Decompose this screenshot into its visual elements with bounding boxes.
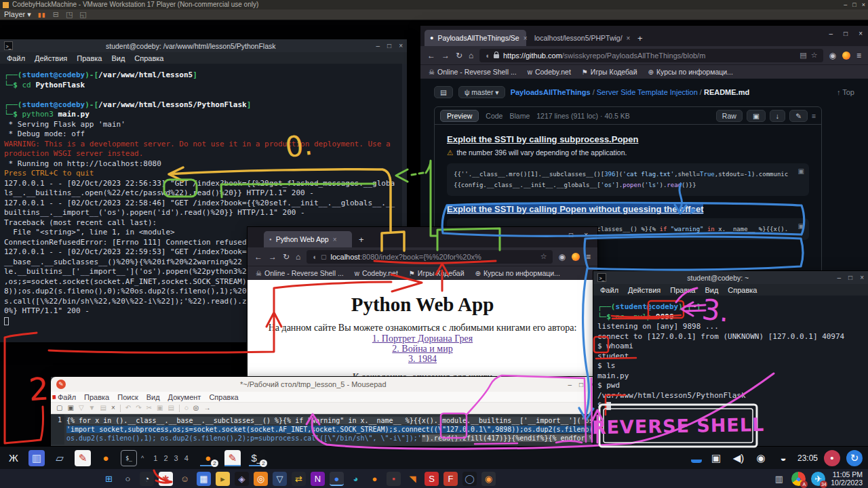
- red-dot-app-icon[interactable]: ▪: [387, 472, 401, 486]
- bookmark-games[interactable]: ⚑Игры Кодебай: [582, 68, 637, 76]
- reader-view-icon[interactable]: ▤: [800, 51, 806, 60]
- vmware-close-button[interactable]: ×: [862, 0, 865, 9]
- tab-close-icon[interactable]: ×: [627, 35, 631, 42]
- forward-icon[interactable]: →: [269, 252, 277, 262]
- terminal-running-icon[interactable]: $_2: [249, 450, 265, 466]
- breadcrumb-repo[interactable]: PayloadsAllTheThings: [511, 88, 591, 96]
- back-icon[interactable]: ←: [427, 51, 435, 60]
- raw-button[interactable]: Raw: [716, 110, 743, 122]
- dark-circle-app-icon[interactable]: ◯: [462, 472, 477, 486]
- tracking-shield-icon[interactable]: ◖: [312, 253, 317, 261]
- display-app-icon[interactable]: ▥: [28, 450, 45, 466]
- reload-icon[interactable]: ↻: [456, 51, 462, 60]
- bookmark-courses[interactable]: ⊕Курсы по информаци...: [648, 68, 733, 76]
- maximize-button[interactable]: □: [569, 231, 573, 239]
- mousepad-editor[interactable]: 1 {% for x in ().__class__.__base__.__su…: [51, 414, 600, 445]
- tab-payloadsallthethings[interactable]: ● PayloadsAllTheThings/Se ×: [425, 30, 526, 46]
- bookmark-games[interactable]: ⚑Игры Кодебай: [409, 269, 465, 277]
- mousepad-launcher-icon[interactable]: ✎: [75, 450, 91, 466]
- close-button[interactable]: ×: [399, 42, 403, 49]
- book-link-2[interactable]: 2. Война и мир: [248, 344, 597, 354]
- window-list-icon[interactable]: ▣: [708, 450, 724, 466]
- heading-subprocess-popen[interactable]: Exploit the SSTI by calling subprocess.P…: [447, 134, 809, 144]
- menu-item[interactable]: Действия: [628, 286, 660, 294]
- url-bar[interactable]: ◖ ▢ localhost:8080/index?book={%%20for%2…: [307, 250, 552, 264]
- firefox-icon[interactable]: ●: [368, 472, 382, 486]
- vmware-maximize-button[interactable]: □: [852, 0, 856, 9]
- firefox-running-icon[interactable]: ●2: [200, 450, 216, 466]
- terminal2-titlebar[interactable]: >_ student@codeby: ~ – □ ×: [593, 271, 868, 284]
- bookmark-codeby[interactable]: wCodeby.net: [355, 269, 398, 277]
- window-list-arrow[interactable]: ^: [141, 455, 144, 462]
- pocket-icon[interactable]: ◉: [829, 51, 836, 60]
- show-desktop-icon[interactable]: ▥: [772, 472, 786, 486]
- tracking-shield-icon[interactable]: ◖: [485, 52, 490, 60]
- chrome-icon[interactable]: ●: [330, 472, 344, 486]
- edit-pencil-icon[interactable]: ✎: [789, 110, 808, 122]
- menu-item[interactable]: Вид: [111, 54, 125, 62]
- screen-lock-icon[interactable]: •: [824, 450, 840, 466]
- heading-popen-no-offset[interactable]: Exploit the SSTI by calling Popen withou…: [447, 204, 809, 214]
- close-button[interactable]: ×: [584, 231, 588, 239]
- reload-icon[interactable]: ↻: [283, 252, 290, 262]
- copy-code-icon[interactable]: ▣: [798, 222, 804, 230]
- network-monitor-icon[interactable]: [691, 453, 702, 463]
- branch-selector[interactable]: ψ master ▾: [458, 86, 505, 98]
- code-block-1[interactable]: ▣ {{''.__class__.mro()[1].__subclasses__…: [447, 163, 809, 196]
- menu-item[interactable]: Файл: [600, 286, 618, 294]
- terminal-launcher-icon[interactable]: $_: [121, 450, 137, 466]
- volume-icon[interactable]: ◀): [730, 450, 747, 466]
- mousepad-running-icon[interactable]: ✎: [224, 450, 241, 466]
- firefox-account-icon[interactable]: [842, 52, 850, 60]
- bookmark-star-icon[interactable]: ☆: [811, 51, 818, 60]
- back-to-top-link[interactable]: ↑ Top: [837, 88, 854, 96]
- maximize-button[interactable]: □: [844, 30, 848, 37]
- workspace-switcher[interactable]: 1 2 3 4: [153, 454, 191, 462]
- maximize-button[interactable]: □: [848, 274, 852, 281]
- speedtest-icon[interactable]: ◔: [140, 472, 154, 486]
- file-explorer-icon[interactable]: ▸: [216, 472, 230, 486]
- file-manager-icon[interactable]: ▱: [52, 450, 68, 466]
- windows-clock[interactable]: 11:05 PM10/2/2023: [831, 470, 863, 487]
- close-button[interactable]: ×: [859, 30, 863, 37]
- url-bar[interactable]: ◖ https://github.com/swisskyrepo/Payload…: [479, 49, 823, 62]
- minimize-button[interactable]: –: [837, 274, 842, 281]
- back-icon[interactable]: ←: [254, 252, 262, 262]
- copy-code-icon[interactable]: ▣: [798, 167, 804, 175]
- minimize-button[interactable]: –: [376, 42, 380, 49]
- book-link-3[interactable]: 3. 1984: [248, 354, 597, 364]
- search-icon[interactable]: ○: [121, 472, 135, 486]
- menu-item[interactable]: Справка: [134, 54, 163, 62]
- bookmark-star-icon[interactable]: ☆: [540, 252, 547, 261]
- blue-geometry-app-icon[interactable]: ▽: [273, 472, 287, 486]
- maximize-button[interactable]: □: [387, 42, 391, 49]
- download-icon[interactable]: ↓: [770, 110, 785, 122]
- vmware-fullscreen-icon[interactable]: ◳: [66, 10, 73, 19]
- menu-item[interactable]: Правка: [77, 54, 102, 62]
- bookmark-courses[interactable]: ⊕Курсы по информаци...: [475, 269, 560, 277]
- carrot-app-icon[interactable]: ◥: [406, 472, 420, 486]
- tab-preview[interactable]: Preview: [440, 110, 479, 122]
- forward-icon[interactable]: →: [441, 51, 450, 60]
- copy-raw-icon[interactable]: ▣: [747, 110, 766, 122]
- vmware-player-menu[interactable]: Player ▾: [4, 10, 31, 19]
- tab-blame[interactable]: Blame: [509, 112, 530, 120]
- onenote-icon[interactable]: N: [311, 472, 325, 486]
- sync-arrows-icon[interactable]: ↻: [846, 450, 863, 466]
- vmware-ctrl-alt-del-icon[interactable]: ⊟: [53, 10, 59, 19]
- menu-item[interactable]: Вид: [705, 286, 718, 294]
- breadcrumb-dir[interactable]: Server Side Template Injection: [597, 88, 698, 96]
- s-app-icon[interactable]: S: [425, 472, 439, 486]
- power-manager-icon[interactable]: ◒: [775, 450, 791, 466]
- new-tab-button[interactable]: +: [359, 235, 364, 245]
- file-tree-icon[interactable]: ▤: [434, 86, 453, 98]
- arrows-app-icon[interactable]: ⇄: [292, 472, 306, 486]
- home-icon[interactable]: ⌂: [296, 252, 300, 262]
- app-menu-icon[interactable]: ≡: [856, 51, 861, 60]
- vmware-minimize-button[interactable]: –: [844, 0, 847, 9]
- chrome-tray-icon[interactable]: ●A: [791, 472, 806, 486]
- app-grid-icon[interactable]: ✱: [159, 472, 173, 486]
- outline-icon[interactable]: ≡: [812, 112, 816, 120]
- edge-icon[interactable]: ◕: [349, 472, 363, 486]
- pocket-icon[interactable]: ◉: [559, 252, 566, 262]
